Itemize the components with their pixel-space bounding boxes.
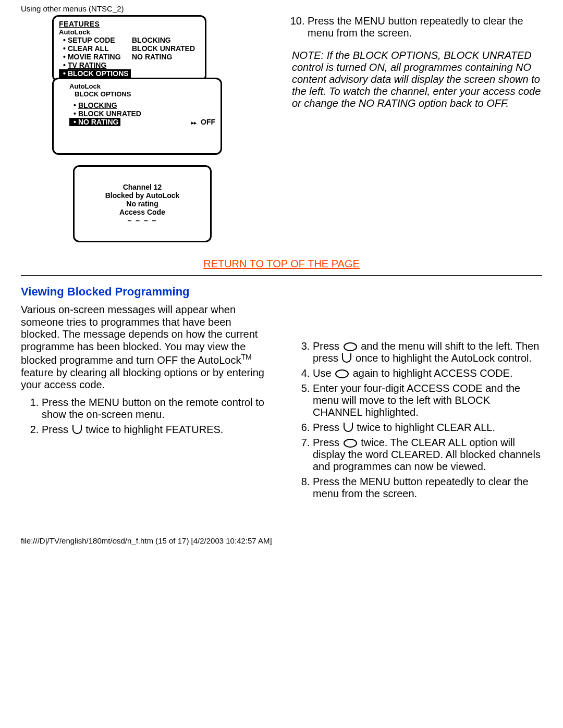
right-oval-icon [344,439,357,448]
osd-line: Blocked by AutoLock [105,191,180,200]
osd-line: No rating [126,200,158,208]
osd-item: TV RATING [68,61,106,69]
osd-subtitle: AutoLock [59,28,200,36]
osd-selected: •NO RATING [69,118,120,126]
osd-line: – – – – [128,216,157,225]
right-oval-icon [344,342,357,351]
step-list: Press the MENU button repeatedly to clea… [292,15,542,39]
osd-item: BLOCKING [78,101,117,109]
step-item: Press and the menu will shift to the lef… [313,340,542,364]
down-arrow-icon [342,353,351,363]
step-item: Press the MENU button repeatedly to clea… [313,476,542,500]
osd-item: NO RATING [132,53,200,61]
step-item: Press twice. The CLEAR ALL option will d… [313,437,542,473]
step-item: Press the MENU button on the remote cont… [42,397,271,421]
note-text: NOTE: If the BLOCK OPTIONS, BLOCK UNRATE… [292,50,542,109]
right-oval-icon [335,369,349,378]
osd-blocked-screen: Channel 12 Blocked by AutoLock No rating… [73,165,212,242]
page-header: Using other menus (NTSC_2) [21,0,542,15]
return-top-link[interactable]: RETURN TO TOP OF THE PAGE [21,258,542,270]
osd-item: BLOCK UNRATED [132,44,200,53]
osd-selected: •BLOCK OPTIONS [59,69,131,78]
osd-menu-features: FEATURES AutoLock •SETUP CODEBLOCKING •C… [52,15,206,82]
osd-subtitle: AutoLock [69,82,215,90]
step-item: Press the MENU button repeatedly to clea… [308,15,542,39]
divider [21,275,542,276]
osd-item: CLEAR ALL [68,44,109,53]
down-arrow-icon [72,425,82,434]
step-item: Use again to highlight ACCESS CODE. [313,367,542,379]
osd-line: Access Code [119,208,165,216]
down-arrow-icon [344,423,353,432]
osd-item: BLOCK UNRATED [78,109,141,118]
steps-right: Press and the menu will shift to the lef… [292,340,542,500]
osd-item: MOVIE RATING [68,53,121,61]
intro-paragraph: Various on-screen messages will appear w… [21,304,271,391]
page-footer: file:///D|/TV/english/180mt/osd/n_f.htm … [21,536,542,550]
osd-item: SETUP CODE [68,36,115,44]
osd-value: OFF [201,118,215,126]
osd-item: BLOCKING [132,36,200,44]
osd-menu-blockoptions: AutoLock BLOCK OPTIONS •BLOCKING •BLOCK … [52,78,222,155]
section-heading: Viewing Blocked Programming [21,285,542,299]
step-item: Press twice to highlight CLEAR ALL. [313,422,542,434]
step-item: Press twice to highlight FEATURES. [42,424,271,436]
step-item: Enter your four-digit ACCESS CODE and th… [313,382,542,418]
osd-subtitle2: BLOCK OPTIONS [75,90,215,98]
osd-line: Channel 12 [123,183,162,191]
steps-left: Press the MENU button on the remote cont… [21,397,271,436]
osd-title: FEATURES [59,20,200,28]
arrow-icon: ▸▸ [191,120,197,126]
